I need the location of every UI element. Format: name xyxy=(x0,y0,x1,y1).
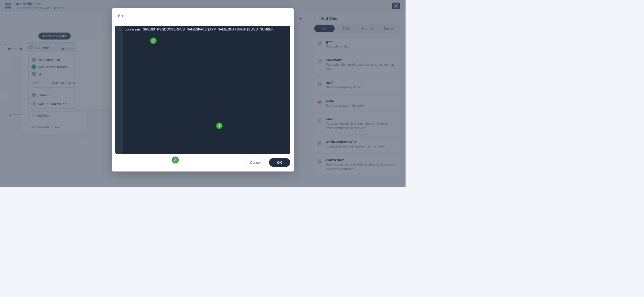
shell-step-modal: shell 1 docker push $REGISTRY/$DOCKERHUB… xyxy=(112,8,294,171)
code-text: docker push $REGISTRY/$DOCKERHUB_NAMESPA… xyxy=(125,28,274,31)
editor-content[interactable]: docker push $REGISTRY/$DOCKERHUB_NAMESPA… xyxy=(123,26,290,154)
cancel-button[interactable]: Cancel xyxy=(245,158,266,167)
ok-button[interactable]: OK xyxy=(269,158,290,167)
callout-2: 2 xyxy=(150,37,157,44)
callout-3: 3 xyxy=(172,157,179,163)
editor-gutter: 1 xyxy=(115,26,123,154)
shell-code-editor[interactable]: 1 docker push $REGISTRY/$DOCKERHUB_NAMES… xyxy=(115,26,290,154)
modal-title: shell xyxy=(112,8,294,22)
cursor-icon xyxy=(274,28,274,32)
callout-1: 1 xyxy=(216,122,223,129)
line-number: 1 xyxy=(115,27,121,32)
